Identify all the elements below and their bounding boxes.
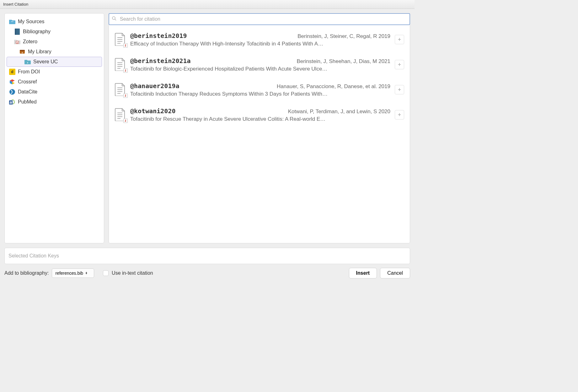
citation-authors: Berinstein, J, Sheehan, J, Dias, M 2021 [297,58,390,65]
selected-citation-keys[interactable]: Selected Citation Keys [4,248,410,264]
add-citation-button[interactable]: + [395,35,404,44]
crossref-icon [9,79,15,85]
citation-result[interactable]: z @kotwani2020 Kotwani, P, Terdiman, J, … [109,102,410,127]
book-icon [14,29,20,35]
citation-authors: Berinstein, J, Steiner, C, Regal, R 2019 [297,33,390,40]
sidebar-item-label: My Library [28,49,51,55]
svg-text:z: z [17,41,18,44]
citation-key: @kotwani2020 [130,107,176,115]
citation-result[interactable]: z @berinstein2019 Berinstein, J, Steiner… [109,27,410,52]
zotero-badge-icon: z [123,93,128,98]
citation-authors: Kotwani, P, Terdiman, J, and Lewin, S 20… [288,109,390,115]
sidebar-item-label: DataCite [18,89,37,95]
sidebar-item-zotero[interactable]: z Zotero [7,37,102,47]
plus-icon: + [398,36,401,43]
sidebar-item-from-doi[interactable]: d From DOI [7,67,102,77]
citation-key: @berinstein2021a [130,57,191,65]
citation-result[interactable]: z @berinstein2021a Berinstein, J, Sheeha… [109,52,410,77]
result-body: @kotwani2020 Kotwani, P, Terdiman, J, an… [130,107,390,122]
zotero-box-icon: z [19,49,25,55]
sidebar-item-pubmed[interactable]: M PubMed [7,97,102,107]
sidebar-item-my-library[interactable]: z My Library [7,47,102,57]
zotero-badge-icon: z [123,68,128,73]
citation-title: Tofacitinib for Biologic-Experienced Hos… [130,66,390,72]
zotero-badge-icon: z [123,43,128,48]
svg-rect-6 [20,50,25,51]
sidebar-item-label: Bibliography [23,29,51,34]
bibliography-select[interactable]: references.bib ▲▼ [52,268,94,278]
citation-key: @hanauer2019a [130,82,179,90]
selected-keys-placeholder: Selected Citation Keys [8,253,59,259]
citation-result[interactable]: z @hanauer2019a Hanauer, S, Panaccione, … [109,77,410,102]
svg-line-18 [115,19,116,20]
zotero-folder-teal-icon: z [24,59,31,65]
svg-text:"": "" [11,21,13,24]
sidebar-item-crossref[interactable]: Crossref [7,77,102,87]
plus-icon: + [398,61,401,68]
svg-text:z: z [27,61,28,64]
pubmed-icon: M [9,99,15,105]
cancel-button[interactable]: Cancel [380,268,410,278]
add-citation-button[interactable]: + [395,85,404,94]
footer: Add to bibliography: references.bib ▲▼ U… [0,264,415,281]
search-icon [112,16,117,22]
add-citation-button[interactable]: + [395,110,404,119]
titlebar: Insert Citation [0,0,415,9]
window-title: Insert Citation [3,2,28,7]
select-arrows-icon: ▲▼ [85,272,88,274]
document-icon: z [115,33,126,46]
datacite-icon [9,89,15,95]
doi-icon: d [9,69,15,75]
svg-rect-2 [15,29,16,35]
svg-text:z: z [22,51,23,54]
svg-text:d: d [11,70,13,74]
search-wrap [109,13,410,25]
sidebar-item-label: PubMed [18,99,37,105]
add-to-bib-label: Add to bibliography: [4,270,49,276]
insert-button[interactable]: Insert [349,268,377,278]
bibliography-select-value: references.bib [55,271,83,276]
document-icon: z [115,108,126,121]
svg-point-17 [112,17,115,19]
content-pane: z @berinstein2019 Berinstein, J, Steiner… [109,13,410,243]
sidebar-item-bibliography[interactable]: Bibliography [7,27,102,37]
main-area: "" My Sources Bibliography z Zotero z My… [0,9,415,248]
search-input[interactable] [109,13,410,25]
sidebar-item-severe-uc[interactable]: z Severe UC [7,57,102,67]
document-icon: z [115,83,126,96]
result-body: @berinstein2021a Berinstein, J, Sheehan,… [130,57,390,72]
sidebar-item-label: My Sources [18,19,44,24]
source-sidebar: "" My Sources Bibliography z Zotero z My… [4,13,104,243]
result-body: @berinstein2019 Berinstein, J, Steiner, … [130,32,390,47]
citation-key: @berinstein2019 [130,32,187,40]
plus-icon: + [398,112,401,118]
citation-authors: Hanauer, S, Panaccione, R, Danese, et al… [277,83,390,90]
use-intext-checkbox[interactable] [103,270,109,276]
sidebar-item-label: Crossref [18,79,37,85]
sidebar-item-label: Severe UC [33,59,58,65]
zotero-folder-icon: z [14,39,20,45]
sources-icon: "" [9,19,15,25]
use-intext-label: Use in-text citation [112,270,153,276]
sidebar-item-my-sources[interactable]: "" My Sources [7,17,102,27]
svg-text:M: M [10,101,13,104]
citation-results: z @berinstein2019 Berinstein, J, Steiner… [109,25,410,243]
document-icon: z [115,58,126,71]
citation-title: Efficacy of Induction Therapy With High-… [130,41,390,47]
citation-title: Tofacitinib Induction Therapy Reduces Sy… [130,91,390,97]
result-body: @hanauer2019a Hanauer, S, Panaccione, R,… [130,82,390,97]
sidebar-item-label: Zotero [23,39,37,45]
sidebar-item-datacite[interactable]: DataCite [7,87,102,97]
citation-title: Tofacitinib for Rescue Therapy in Acute … [130,116,390,122]
add-citation-button[interactable]: + [395,60,404,69]
zotero-badge-icon: z [123,119,128,123]
plus-icon: + [398,87,401,93]
sidebar-item-label: From DOI [18,69,40,75]
